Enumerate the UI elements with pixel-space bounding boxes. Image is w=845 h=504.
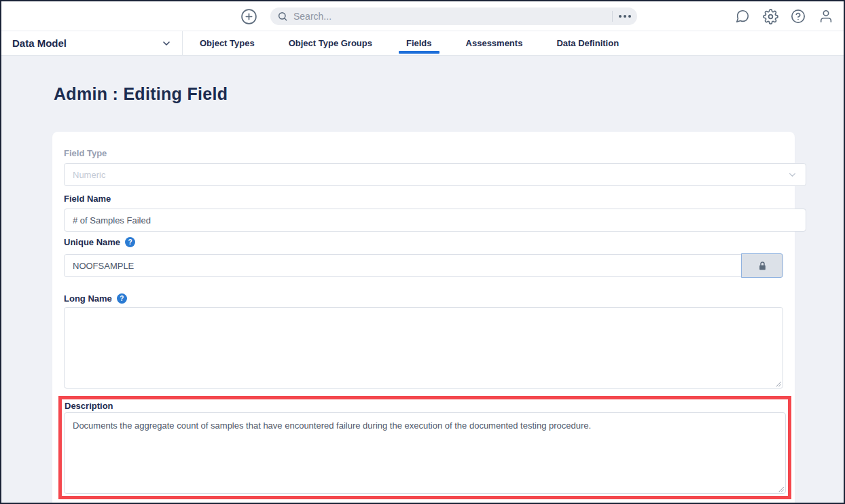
unique-name-input[interactable]: [64, 254, 742, 277]
gear-icon[interactable]: [762, 8, 778, 24]
unique-name-help-icon[interactable]: ?: [125, 237, 135, 247]
help-circle-icon[interactable]: [790, 8, 806, 24]
page-content: Admin : Editing Field Field Type Numeric…: [1, 56, 844, 503]
chevron-down-icon: [787, 170, 797, 180]
search-icon: [277, 11, 288, 22]
field-type-group: Field Type: [64, 147, 783, 159]
chevron-down-icon: [161, 38, 172, 49]
top-right-icons: [734, 1, 834, 31]
description-textarea[interactable]: Documents the aggregate count of samples…: [64, 412, 786, 494]
chat-bubble-icon[interactable]: [734, 8, 751, 24]
description-highlight-box: Description Documents the aggregate coun…: [58, 396, 791, 499]
lock-button[interactable]: [741, 253, 783, 278]
long-name-wrap: [64, 307, 783, 391]
field-name-group: Field Name: [64, 192, 783, 204]
page-title: Admin : Editing Field: [54, 84, 228, 104]
unique-name-label: Unique Name: [64, 237, 120, 247]
tab-data-definition[interactable]: Data Definition: [539, 31, 636, 55]
long-name-textarea[interactable]: [64, 307, 783, 389]
field-name-input[interactable]: [64, 209, 806, 232]
description-wrap: Documents the aggregate count of samples…: [64, 412, 786, 497]
more-options-icon[interactable]: [613, 7, 637, 25]
tab-fields[interactable]: Fields: [389, 31, 449, 55]
lock-icon: [757, 261, 768, 271]
long-name-group: Long Name ?: [64, 293, 783, 304]
top-bar: [1, 1, 844, 31]
global-search-bar: [270, 7, 637, 25]
field-type-value: Numeric: [73, 170, 105, 180]
long-name-help-icon[interactable]: ?: [117, 293, 127, 304]
nav-tabs: Object Types Object Type Groups Fields A…: [183, 31, 636, 55]
edit-field-form-card: Field Type Numeric Field Name Unique Nam…: [52, 132, 795, 503]
create-new-icon[interactable]: [240, 7, 257, 25]
unique-name-input-group: [64, 254, 783, 278]
module-nav-bar: Data Model Object Types Object Type Grou…: [1, 31, 844, 56]
module-dropdown-label: Data Model: [12, 37, 67, 49]
unique-name-group: Unique Name ?: [64, 237, 783, 247]
long-name-label: Long Name: [64, 293, 112, 304]
field-type-label: Field Type: [64, 148, 107, 158]
tab-object-types[interactable]: Object Types: [183, 31, 272, 55]
tab-assessments[interactable]: Assessments: [449, 31, 540, 55]
user-icon[interactable]: [818, 8, 834, 24]
search-input[interactable]: [288, 11, 612, 22]
description-label: Description: [65, 401, 113, 411]
field-name-label: Field Name: [64, 194, 111, 204]
field-type-select[interactable]: Numeric: [64, 163, 806, 186]
module-dropdown[interactable]: Data Model: [1, 31, 183, 55]
tab-object-type-groups[interactable]: Object Type Groups: [272, 31, 389, 55]
